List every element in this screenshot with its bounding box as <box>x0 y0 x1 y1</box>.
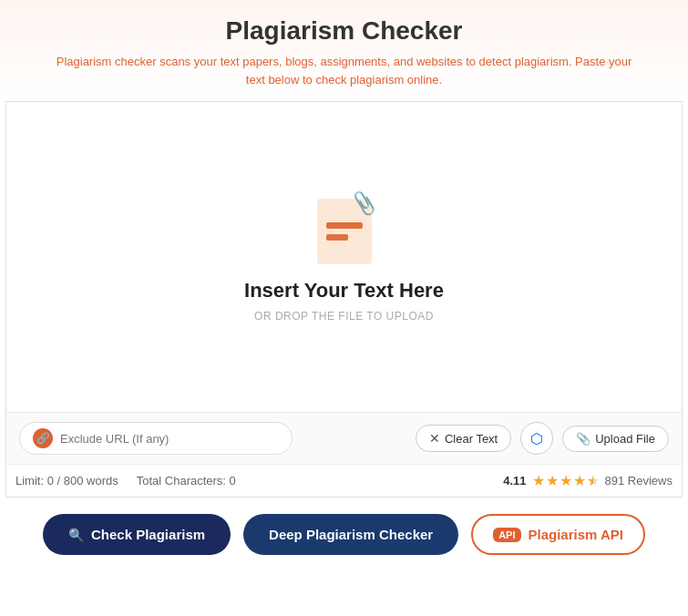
api-badge: API <box>493 528 520 542</box>
search-icon: 🔍 <box>68 528 84 542</box>
header-section: Plagiarism Checker Plagiarism checker sc… <box>0 0 688 101</box>
deep-plagiarism-button[interactable]: Deep Plagiarism Checker <box>243 514 458 555</box>
clear-text-label: Clear Text <box>445 432 498 446</box>
bottom-buttons: 🔍 Check Plagiarism Deep Plagiarism Check… <box>0 498 688 573</box>
paperclip-icon: 📎 <box>349 190 377 217</box>
page-title: Plagiarism Checker <box>36 16 652 46</box>
check-plagiarism-button[interactable]: 🔍 Check Plagiarism <box>43 514 231 555</box>
main-container: 📎 Insert Your Text Here OR DROP THE FILE… <box>5 101 683 498</box>
stats-right: 4.11 ★ ★ ★ ★ ★★ 891 Reviews <box>503 472 673 489</box>
toolbar-right: ✕ Clear Text ⬡ 📎 Upload File <box>416 422 669 455</box>
star-3: ★ <box>560 472 572 489</box>
deep-plagiarism-label: Deep Plagiarism Checker <box>269 527 433 542</box>
stats-left: Limit: 0 / 800 words Total Characters: 0 <box>15 474 236 488</box>
clear-icon: ✕ <box>429 431 440 446</box>
check-plagiarism-label: Check Plagiarism <box>91 527 205 542</box>
dropbox-icon: ⬡ <box>530 430 543 447</box>
paperclip-small-icon: 📎 <box>576 432 590 446</box>
rating-score: 4.11 <box>503 474 526 488</box>
star-4: ★ <box>573 472 586 489</box>
star-1: ★ <box>532 472 545 489</box>
word-limit-label: Limit: 0 / 800 words <box>15 474 118 488</box>
drop-file-hint: OR DROP THE FILE TO UPLOAD <box>254 310 434 323</box>
url-input-wrapper[interactable]: 🔗 <box>19 422 293 455</box>
reviews-count: 891 Reviews <box>605 474 673 488</box>
text-drop-zone[interactable]: 📎 Insert Your Text Here OR DROP THE FILE… <box>6 102 682 412</box>
char-count-label: Total Characters: 0 <box>137 474 236 488</box>
star-2: ★ <box>546 472 559 489</box>
stars-display: ★ ★ ★ ★ ★★ <box>532 472 600 489</box>
url-input[interactable] <box>60 432 279 446</box>
star-5: ★★ <box>587 472 600 489</box>
header-subtitle: Plagiarism checker scans your text paper… <box>53 53 636 88</box>
stats-bar: Limit: 0 / 800 words Total Characters: 0… <box>6 464 682 497</box>
plagiarism-api-button[interactable]: API Plagiarism API <box>471 514 645 555</box>
doc-line-1 <box>326 222 363 229</box>
upload-file-button[interactable]: 📎 Upload File <box>562 426 669 452</box>
dropbox-button[interactable]: ⬡ <box>520 422 553 455</box>
link-icon: 🔗 <box>33 428 53 448</box>
doc-line-2 <box>326 234 348 241</box>
insert-text-label: Insert Your Text Here <box>244 279 444 303</box>
upload-file-label: Upload File <box>595 432 655 446</box>
api-label: Plagiarism API <box>529 527 624 542</box>
clear-text-button[interactable]: ✕ Clear Text <box>416 425 511 452</box>
document-illustration: 📎 <box>313 191 376 264</box>
toolbar: 🔗 ✕ Clear Text ⬡ 📎 Upload File <box>6 412 682 464</box>
